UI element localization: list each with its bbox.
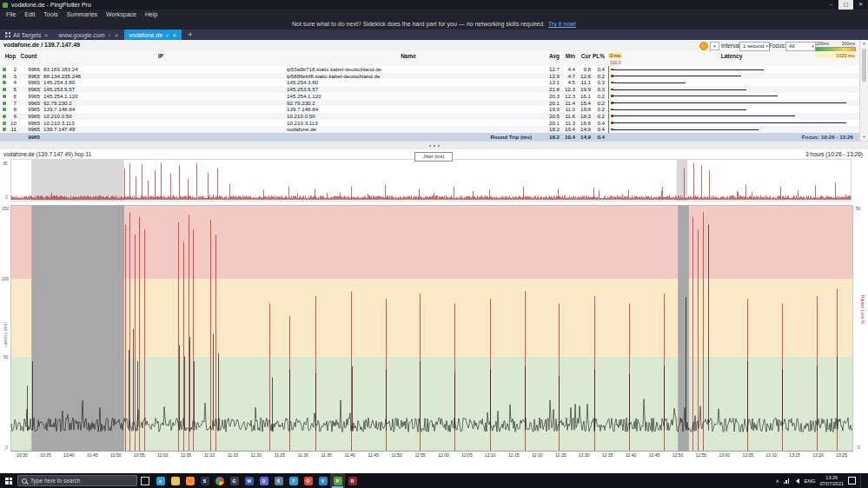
taskbar-app-opera[interactable]: O [301,473,315,488]
col-header-ip[interactable]: IP [43,53,278,59]
taskbar-app-chrome[interactable] [212,473,227,488]
tab-close-icon[interactable]: ✕ [172,32,176,38]
col-header-hop[interactable]: Hop [2,53,19,59]
name-value: 145.254.1.120 [287,93,547,100]
scrollbar-thumb[interactable] [862,49,866,82]
hop-status-icon [3,75,6,78]
network-icon[interactable] [784,478,790,484]
window-title: vodafone.de - PingPlotter Pro [11,0,91,10]
x-axis-tick: 10:55 [134,452,145,458]
tab-close-icon[interactable]: ✕ [44,32,49,38]
minimize-button[interactable]: – [824,0,838,10]
close-button[interactable]: ✕ [853,0,868,10]
avg-value: 13.1 [533,79,560,86]
taskbar-app-skype[interactable]: S [271,473,286,488]
menu-edit[interactable]: Edit [20,10,39,19]
tab-close-icon[interactable]: ✕ [115,32,119,38]
x-axis-tick: 12:55 [696,452,707,458]
add-target-tab-button[interactable]: + [182,30,198,40]
pl-value: 0.4 [589,126,605,133]
hop-row-4[interactable]: 49965145.254.3.80145.254.3.8013.14.511.1… [0,79,860,86]
hop-row-5[interactable]: 59965145.253.5.57145.253.5.5721.812.319.… [0,86,860,93]
scroll-up-icon[interactable]: ▲ [860,40,868,47]
menu-tools[interactable]: Tools [39,10,62,19]
taskbar-app-screen-recorder[interactable]: R [345,473,360,488]
taskbar-app-edge[interactable]: e [153,473,168,488]
timeline-title: vodafone.de (139.7.147.49) hop 11 [3,149,91,159]
hop-row-7[interactable]: 7996592.79.230.292.79.230.220.111.415.40… [0,100,860,107]
interval-clock-icon[interactable] [699,42,708,50]
tab-vodafone-de[interactable]: vodafone.de✓✕ [124,30,182,40]
menu-file[interactable]: File [2,10,20,19]
count-value: 9965 [17,113,40,120]
taskbar-app-file-explorer[interactable] [168,473,182,488]
focus-y-50: 50 [3,354,9,359]
avg-value: 12.7 [533,66,560,73]
action-center-icon[interactable] [848,477,856,485]
taskbar-app-github-desktop[interactable]: G [227,473,242,488]
hop-number: 5 [8,86,17,93]
pl-axis-min: 0 [858,445,860,450]
x-axis-tick: 11:55 [414,452,425,458]
focus-select[interactable]: All ▾ [785,42,816,51]
focus-y-150: 150 [2,206,9,211]
hop-row-10[interactable]: 10996510.210.3.11310.210.3.11320.111.316… [0,120,860,127]
ip-value: 145.253.5.57 [43,86,174,93]
menu-help[interactable]: Help [141,10,162,19]
title-bar[interactable]: vodafone.de - PingPlotter Pro – ▢ ✕ [0,0,868,10]
min-value: 11.6 [561,113,575,120]
skype-icon: S [275,477,283,485]
taskbar-app-telegram[interactable]: T [286,473,301,488]
volume-icon[interactable] [793,478,799,484]
hop-row-6[interactable]: 69965145.254.1.120145.254.1.12020.312.31… [0,93,860,100]
focus-graph-canvas[interactable] [10,205,853,452]
menu-summaries[interactable]: Summaries [63,10,102,19]
github-desktop-icon: G [230,477,239,485]
taskbar-app-firefox[interactable] [182,473,197,488]
col-header-avg[interactable]: Avg [533,53,560,59]
show-desktop-button[interactable] [860,473,864,488]
taskbar-app-discord[interactable]: D [256,473,271,488]
col-header-name[interactable]: Name [287,53,530,59]
taskbar-app-vscode[interactable]: V [315,473,330,488]
task-view-button[interactable] [137,477,153,485]
hop-row-3[interactable]: 3996588.134.235.248ip5886ebf8.static.kab… [0,73,860,80]
round-trip-summary-row[interactable]: 9965 Round Trip (ms) 18.2 10.4 14.9 0.4 … [0,133,860,141]
col-header-min[interactable]: Min [561,53,575,59]
taskbar-clock[interactable]: 13:26 07/07/2021 [819,475,844,486]
jitter-overlay-label[interactable]: Jitter (ms) [414,152,453,162]
x-axis-tick: 11:15 [228,452,238,458]
x-axis-tick: 13:00 [719,452,731,458]
taskbar-app-word[interactable]: W [242,473,256,488]
tab-www-google-com[interactable]: www.google.com✓✕ [54,30,124,40]
hop-row-2[interactable]: 2996683.169.183.24ip53a9b718.static.kabe… [0,66,860,73]
hidden-icons-chevron-icon[interactable]: ∧ [776,478,779,484]
footer-avg: 18.2 [533,133,560,141]
taskbar-app-pingplotter[interactable]: P [330,473,345,488]
col-header-count[interactable]: Count [17,53,40,59]
overview-graph-canvas[interactable] [10,159,851,201]
interval-select[interactable]: 1 second ▾ [739,42,770,51]
menu-workspace[interactable]: Workspace [102,10,141,19]
hop-row-9[interactable]: 9996510.210.0.5010.210.0.5020.511.618.30… [0,113,860,120]
min-value: 4.5 [561,79,575,86]
language-indicator[interactable]: ENG [804,478,815,484]
start-button[interactable] [0,478,17,485]
x-axis-tick: 11:30 [298,452,308,458]
windows-logo-icon [5,478,12,485]
col-header-pl[interactable]: PL% [589,53,605,59]
taskbar-search-input[interactable]: Type here to search [17,475,137,486]
taskbar-app-steam[interactable]: S [197,473,212,488]
maximize-button[interactable]: ▢ [838,0,853,10]
table-scrollbar[interactable]: ▲ ▼ [859,40,868,141]
hop-row-11[interactable]: 119965139.7.147.49vodafone.de18.210.414.… [0,126,860,133]
hop-row-8[interactable]: 89965139.7.148.84139.7.148.8419.911.019.… [0,106,860,113]
hop-status-icon [3,108,6,111]
try-it-now-link[interactable]: Try it now! [548,21,576,27]
tab-all-targets[interactable]: All Targets✕ [0,30,54,40]
scroll-down-icon[interactable]: ▼ [860,134,868,141]
time-scale-dropdown[interactable]: ▾ [710,42,719,50]
latency-bar-cell [608,100,855,107]
splitter-handle-icon[interactable] [429,145,440,147]
pl-value: 0.2 [589,106,605,113]
